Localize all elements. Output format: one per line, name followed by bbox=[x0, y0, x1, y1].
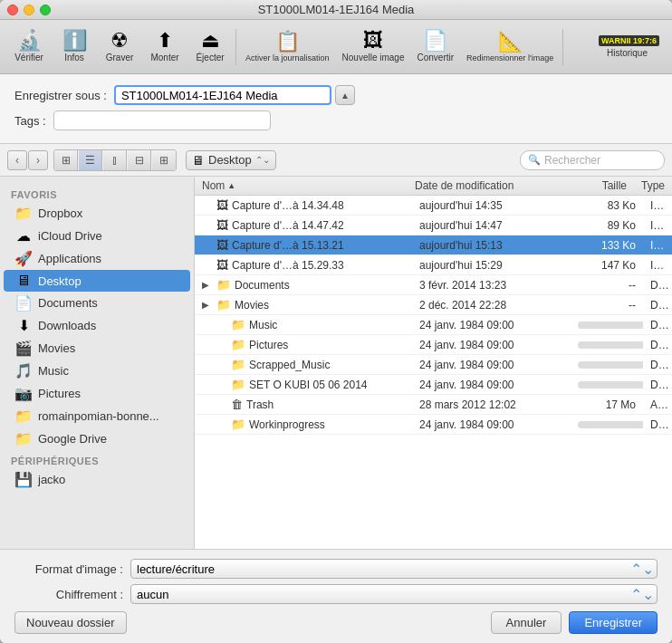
sidebar-item-documents[interactable]: 📄 Documents bbox=[4, 292, 190, 314]
sidebar: Favoris 📁 Dropbox ☁ iCloud Drive 🚀 Appli… bbox=[0, 177, 195, 549]
table-row[interactable]: ▶ 📁 Documents 3 févr. 2014 13:23 -- Doss… bbox=[195, 275, 672, 295]
table-row[interactable]: 📁 Music 24 janv. 1984 09:00 Dossier bbox=[195, 315, 672, 335]
infos-button[interactable]: ℹ️ Infos bbox=[53, 27, 96, 66]
file-name-cell: 🖼 Capture d'…à 15.13.21 bbox=[195, 238, 412, 252]
cancel-button[interactable]: Annuler bbox=[491, 611, 562, 634]
sidebar-label-dropbox: Dropbox bbox=[38, 206, 82, 220]
icon-view-button[interactable]: ⊞ bbox=[54, 150, 78, 170]
new-folder-button[interactable]: Nouveau dossier bbox=[14, 611, 127, 634]
file-name: SET O KUBI 05 06 2014 bbox=[249, 379, 368, 391]
cover-flow-button[interactable]: ⊟ bbox=[128, 150, 151, 170]
file-icon: 📁 bbox=[231, 318, 245, 331]
sidebar-item-music[interactable]: 🎵 Music bbox=[4, 360, 190, 382]
desktop-icon: 🖥 bbox=[14, 273, 33, 289]
ejecter-button[interactable]: ⏏ Éjecter bbox=[188, 27, 232, 66]
expand-button[interactable]: ▲ bbox=[335, 85, 355, 105]
file-icon: 📁 bbox=[231, 417, 245, 431]
sidebar-item-jacko[interactable]: 💾 jacko bbox=[4, 468, 190, 491]
movies-icon: 🎬 bbox=[14, 340, 33, 357]
file-name: Capture d'…à 15.13.21 bbox=[232, 239, 344, 252]
table-row[interactable]: 📁 Workinprogress 24 janv. 1984 09:00 Dos… bbox=[195, 415, 672, 435]
file-size: -- bbox=[571, 279, 643, 292]
table-row[interactable]: ▶ 📁 Movies 2 déc. 2014 22:28 -- Dossier bbox=[195, 295, 672, 315]
file-type: Image PNG bbox=[643, 219, 672, 232]
ejecter-label: Éjecter bbox=[196, 53, 224, 62]
search-placeholder: Rechercher bbox=[544, 154, 600, 167]
table-row[interactable]: 🖼 Capture d'…à 15.29.33 aujourd'hui 15:2… bbox=[195, 255, 672, 275]
historique-button[interactable]: WARNII 19:7:6 Historique bbox=[590, 32, 665, 62]
file-icon: 📁 bbox=[216, 278, 231, 292]
view-buttons: ⊞ ☰ ⫿ ⊟ ⊞ bbox=[53, 149, 177, 171]
chiffrement-select[interactable]: aucun 128-bit AES 256-bit AES bbox=[130, 584, 658, 604]
verifier-button[interactable]: 🔬 Vérifier bbox=[7, 27, 51, 66]
sidebar-item-downloads[interactable]: ⬇ Downloads bbox=[4, 314, 190, 337]
sidebar-item-applications[interactable]: 🚀 Applications bbox=[4, 247, 190, 270]
table-row[interactable]: 📁 Scrapped_Music 24 janv. 1984 09:00 Dos… bbox=[195, 355, 672, 375]
tags-input[interactable] bbox=[53, 110, 271, 130]
convertir-button[interactable]: 📄 Convertir bbox=[411, 27, 459, 66]
table-row[interactable]: 🗑 Trash 28 mars 2012 12:02 17 Mo Applica… bbox=[195, 395, 672, 415]
format-select[interactable]: lecture/écriture lecture seule compressé bbox=[130, 559, 658, 579]
back-button[interactable]: ‹ bbox=[7, 150, 27, 170]
table-row[interactable]: 📁 SET O KUBI 05 06 2014 24 janv. 1984 09… bbox=[195, 375, 672, 395]
col-type-header[interactable]: Type bbox=[634, 179, 672, 192]
location-selector[interactable]: 🖥 Desktop ⌃⌄ bbox=[186, 150, 276, 170]
sidebar-label-googledrive: Google Drive bbox=[38, 432, 107, 446]
file-name: Workinprogress bbox=[249, 418, 325, 431]
save-name-input[interactable] bbox=[114, 85, 331, 105]
sidebar-item-desktop[interactable]: 🖥 Desktop bbox=[4, 270, 190, 292]
action-view-button[interactable]: ⊞ bbox=[152, 150, 176, 170]
search-box[interactable]: 🔍 Rechercher bbox=[520, 150, 665, 170]
save-panel: Enregistrer sous : ▲ Tags : bbox=[0, 74, 672, 144]
file-type: Image PNG bbox=[643, 239, 672, 252]
sidebar-item-dropbox[interactable]: 📁 Dropbox bbox=[4, 202, 190, 225]
downloads-icon: ⬇ bbox=[14, 317, 33, 334]
sidebar-item-movies[interactable]: 🎬 Movies bbox=[4, 337, 190, 360]
nav-arrows: ‹ › bbox=[7, 150, 48, 170]
file-name: Movies bbox=[235, 299, 269, 312]
file-icon: 🖼 bbox=[216, 198, 228, 212]
col-size-header[interactable]: Taille bbox=[562, 179, 634, 192]
redimensionner-button[interactable]: 📐 Redimensionner l'image bbox=[461, 28, 559, 66]
icloud-icon: ☁ bbox=[14, 227, 33, 245]
sidebar-item-icloud[interactable]: ☁ iCloud Drive bbox=[4, 225, 190, 247]
file-size: 17 Mo bbox=[571, 398, 643, 411]
separator bbox=[235, 29, 236, 65]
col-size-label: Taille bbox=[602, 179, 627, 192]
toolbar: 🔬 Vérifier ℹ️ Infos ☢ Graver ⬆ Monter ⏏ … bbox=[0, 20, 672, 74]
column-view-button[interactable]: ⫿ bbox=[103, 150, 127, 170]
file-type: Dossier bbox=[643, 279, 672, 292]
sidebar-item-googledrive[interactable]: 📁 Google Drive bbox=[4, 427, 190, 450]
col-modified-header[interactable]: Date de modification bbox=[408, 179, 562, 192]
romainpomian-icon: 📁 bbox=[14, 408, 33, 425]
file-size: -- bbox=[571, 299, 643, 312]
sidebar-item-pictures[interactable]: 📷 Pictures bbox=[4, 382, 190, 405]
forward-button[interactable]: › bbox=[28, 150, 48, 170]
file-name-cell: ▶ 📁 Documents bbox=[195, 278, 412, 292]
graver-button[interactable]: ☢ Graver bbox=[98, 27, 141, 66]
window-title: ST1000LM014-1EJ164 Media bbox=[0, 3, 672, 16]
file-modified: 24 janv. 1984 09:00 bbox=[412, 379, 571, 391]
file-name: Pictures bbox=[249, 339, 288, 351]
list-view-button[interactable]: ☰ bbox=[79, 150, 102, 170]
monter-button[interactable]: ⬆ Monter bbox=[143, 27, 187, 66]
applications-icon: 🚀 bbox=[14, 250, 33, 267]
pictures-icon: 📷 bbox=[14, 385, 33, 402]
save-button[interactable]: Enregistrer bbox=[569, 611, 658, 634]
table-row[interactable]: 🖼 Capture d'…à 15.13.21 aujourd'hui 15:1… bbox=[195, 235, 672, 255]
sidebar-item-romainpomian[interactable]: 📁 romainpomian-bonne... bbox=[4, 405, 190, 427]
tags-row: Tags : bbox=[14, 110, 658, 130]
nouvelle-image-button[interactable]: 🖼 Nouvelle image bbox=[337, 27, 410, 66]
activer-button[interactable]: 📋 Activer la journalisation bbox=[240, 28, 335, 66]
file-size: 133 Ko bbox=[571, 239, 643, 252]
table-row[interactable]: 🖼 Capture d'…à 14.47.42 aujourd'hui 14:4… bbox=[195, 216, 672, 235]
table-row[interactable]: 📁 Pictures 24 janv. 1984 09:00 Dossier bbox=[195, 335, 672, 355]
googledrive-icon: 📁 bbox=[14, 430, 33, 447]
file-size bbox=[571, 379, 643, 391]
redimensionner-icon: 📐 bbox=[498, 32, 523, 52]
col-name-header[interactable]: Nom ▲ bbox=[195, 179, 408, 192]
file-size bbox=[571, 359, 643, 371]
file-size: 147 Ko bbox=[571, 259, 643, 272]
table-row[interactable]: 🖼 Capture d'…à 14.34.48 aujourd'hui 14:3… bbox=[195, 196, 672, 216]
nav-bar: ‹ › ⊞ ☰ ⫿ ⊟ ⊞ 🖥 Desktop ⌃⌄ 🔍 Rechercher bbox=[0, 144, 672, 177]
